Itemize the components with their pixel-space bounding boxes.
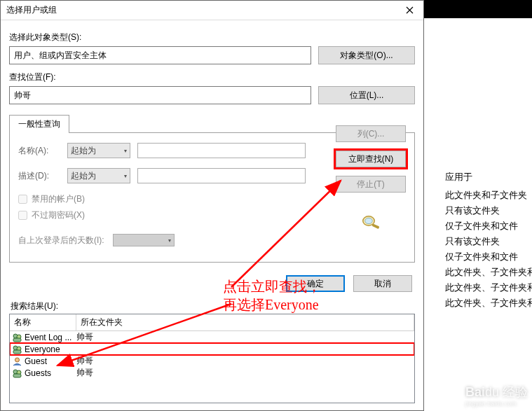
background-permissions-panel: 应用于 此文件夹和子文件夹 只有该文件夹 仅子文件夹和文件 只有该文件夹 仅子文…: [424, 0, 532, 411]
object-types-button[interactable]: 对象类型(O)...: [318, 46, 415, 64]
dialog-title: 选择用户或组: [6, 4, 395, 16]
applies-to-item: 只有该文件夹: [445, 234, 532, 249]
name-label: 名称(A):: [18, 145, 60, 157]
locations-button[interactable]: 位置(L)...: [318, 86, 415, 104]
disabled-accounts-checkbox[interactable]: [18, 195, 27, 204]
result-folder: 帅哥: [76, 355, 93, 367]
svg-point-16: [455, 391, 458, 393]
applies-to-item: 只有该文件夹: [445, 203, 532, 218]
object-type-field[interactable]: 用户、组或内置安全主体: [9, 46, 311, 64]
name-mode-dropdown[interactable]: 起始为 ▾: [67, 143, 130, 158]
titlebar-black: [424, 0, 532, 18]
stop-button[interactable]: 停止(T): [336, 176, 406, 193]
tab-common-queries[interactable]: 一般性查询: [9, 115, 69, 133]
svg-rect-2: [371, 223, 379, 229]
applies-to-header: 应用于: [445, 169, 532, 185]
right-buttons-column: 列(C)... 立即查找(N) 停止(T): [335, 125, 407, 230]
columns-button[interactable]: 列(C)...: [336, 125, 406, 142]
svg-point-15: [452, 392, 455, 395]
applies-to-item: 仅子文件夹和文件: [445, 249, 532, 265]
svg-point-18: [453, 396, 459, 400]
applies-to-item: 此文件夹、子文件夹和: [445, 265, 532, 280]
svg-point-9: [15, 358, 20, 362]
titlebar: 选择用户或组: [1, 1, 423, 20]
group-icon: [12, 344, 22, 354]
result-row-everyone[interactable]: Everyone: [10, 343, 414, 355]
column-name[interactable]: 名称: [10, 314, 76, 330]
chevron-down-icon: ▾: [124, 148, 127, 154]
close-icon: [406, 6, 414, 14]
applies-to-item: 仅子文件夹和文件: [445, 218, 532, 234]
result-folder: 帅哥: [76, 331, 93, 343]
applies-to-item: 此文件夹和子文件夹: [445, 188, 532, 203]
result-row-event-log-[interactable]: Event Log ...帅哥: [10, 331, 414, 343]
results-header: 名称 所在文件夹: [10, 314, 414, 331]
column-folder[interactable]: 所在文件夹: [76, 314, 414, 330]
ok-button[interactable]: 确定: [286, 275, 345, 292]
close-button[interactable]: [395, 1, 423, 20]
description-label: 描述(D):: [18, 170, 60, 182]
chevron-down-icon: ▾: [168, 237, 171, 244]
select-users-dialog: 选择用户或组 选择此对象类型(S): 用户、组或内置安全主体 对象类型(O)..…: [0, 0, 424, 411]
days-since-logon-label: 自上次登录后的天数(I):: [18, 235, 104, 246]
applies-to-item: 此文件夹、子文件夹和: [445, 280, 532, 295]
days-since-logon-dropdown[interactable]: ▾: [113, 234, 175, 246]
applies-to-list: 应用于 此文件夹和子文件夹 只有该文件夹 仅子文件夹和文件 只有该文件夹 仅子文…: [424, 18, 532, 311]
magnifier-icon: [358, 214, 383, 230]
svg-rect-5: [13, 338, 21, 342]
svg-rect-8: [13, 350, 21, 354]
result-name: Guest: [25, 356, 76, 366]
applies-to-item: 此文件夹、子文件夹和: [445, 295, 532, 311]
result-folder: 帅哥: [76, 367, 93, 379]
svg-rect-12: [13, 374, 21, 377]
object-type-label: 选择此对象类型(S):: [9, 32, 415, 43]
result-name: Everyone: [25, 344, 76, 354]
group-icon: [12, 333, 22, 342]
chevron-down-icon: ▾: [124, 173, 127, 179]
result-row-guests[interactable]: Guests帅哥: [10, 367, 414, 379]
paw-icon: [450, 389, 463, 402]
result-name: Event Log ...: [25, 333, 76, 342]
svg-point-17: [458, 392, 461, 395]
user-icon: [12, 356, 22, 366]
location-label: 查找位置(F):: [9, 71, 415, 83]
location-field[interactable]: 帅哥: [9, 86, 311, 104]
non-expiring-password-checkbox[interactable]: [18, 211, 27, 220]
baidu-watermark: Baidu 经验 jingyan.baidu.com: [450, 384, 528, 407]
result-name: Guests: [25, 368, 76, 378]
search-results-label: 搜索结果(U):: [11, 300, 415, 312]
description-mode-dropdown[interactable]: 起始为 ▾: [67, 168, 130, 183]
svg-point-1: [365, 218, 373, 223]
group-icon: [12, 368, 22, 378]
result-row-guest[interactable]: Guest帅哥: [10, 355, 414, 367]
description-input[interactable]: [137, 168, 306, 183]
cancel-button[interactable]: 取消: [353, 275, 412, 292]
search-results: 名称 所在文件夹 Event Log ...帅哥EveryoneGuest帅哥G…: [9, 314, 415, 403]
disabled-accounts-label: 禁用的帐户(B): [32, 193, 85, 205]
find-now-button[interactable]: 立即查找(N): [336, 151, 406, 167]
name-input[interactable]: [137, 143, 306, 158]
non-expiring-password-label: 不过期密码(X): [32, 209, 85, 221]
